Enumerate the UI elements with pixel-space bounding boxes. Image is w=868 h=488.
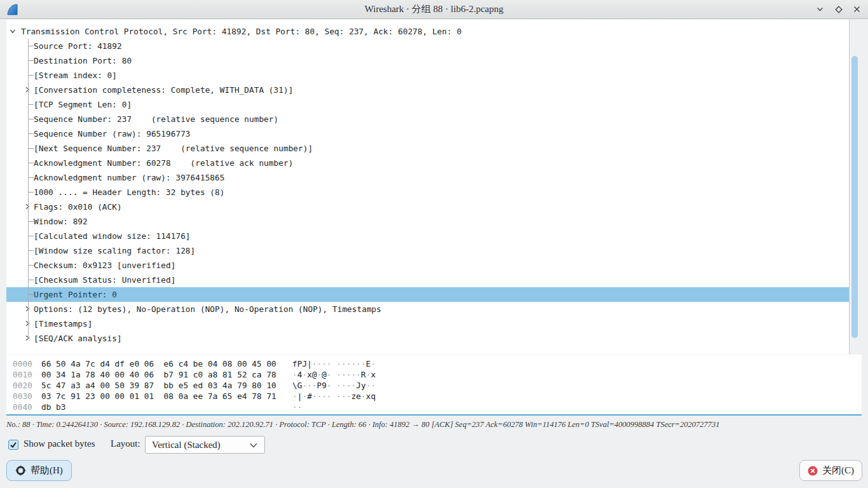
tree-row[interactable]: Destination Port: 80 [6, 53, 849, 68]
tree-row-label: Window: 892 [34, 214, 88, 229]
hexdump-bytes[interactable]: 66 50 4a 7c d4 df e0 06 e6 c4 be 04 08 0… [41, 358, 276, 369]
tree-row[interactable]: [Stream index: 0] [6, 68, 849, 83]
tree-row-label: Checksum: 0x9123 [unverified] [34, 258, 175, 273]
expander-collapsed-icon[interactable] [24, 86, 31, 93]
hexdump-row[interactable]: 0040db b3·· [6, 402, 862, 412]
packet-details-tree[interactable]: Transmission Control Protocol, Src Port:… [6, 20, 849, 354]
tree-row[interactable]: Acknowledgment Number: 60278 (relative a… [6, 156, 849, 170]
tree-row-label: Acknowledgment Number: 60278 (relative a… [34, 156, 293, 170]
tree-row[interactable]: Checksum: 0x9123 [unverified] [6, 258, 849, 273]
tree-row[interactable]: Source Port: 41892 [6, 39, 849, 53]
hexdump-offset: 0020 [13, 380, 32, 391]
tree-row-label: Sequence Number (raw): 965196773 [34, 126, 191, 141]
tree-branch-tick [28, 46, 34, 46]
hexdump-row[interactable]: 00205c 47 a3 a4 00 50 39 87 bb e5 ed 03 … [6, 380, 862, 391]
hexdump-ascii[interactable]: \G···P9· ····Jy·· [292, 380, 376, 391]
expander-expanded-icon[interactable] [9, 27, 17, 35]
expander-collapsed-icon[interactable] [24, 320, 31, 327]
tree-branch-tick [28, 60, 34, 61]
tree-row-label: [Conversation completeness: Complete, WI… [34, 83, 293, 97]
packet-bytes-pane[interactable]: 000066 50 4a 7c d4 df e0 06 e6 c4 be 04 … [6, 355, 862, 416]
tree-row-label: [Stream index: 0] [34, 68, 117, 83]
tree-branch-tick [28, 192, 34, 193]
expander-collapsed-icon[interactable] [24, 334, 31, 342]
tree-row[interactable]: Sequence Number (raw): 965196773 [6, 126, 849, 141]
hexdump-ascii[interactable]: ·· [292, 402, 302, 412]
hexdump-ascii[interactable]: ·|·#···· ···ze·xq [292, 391, 376, 402]
hexdump-offset: 0030 [13, 391, 32, 402]
hexdump-ascii[interactable]: ·4·x@·@· ·····R·x [292, 369, 376, 380]
show-packet-bytes-label[interactable]: Show packet bytes [24, 438, 95, 449]
tree-row[interactable]: [Timestamps] [6, 316, 849, 331]
chevron-down-icon [249, 442, 258, 449]
tree-scrollbar[interactable] [849, 20, 860, 354]
close-button[interactable]: 关闭(C) [799, 460, 862, 481]
minimize-icon[interactable] [815, 4, 825, 14]
tree-row-label: [SEQ/ACK analysis] [34, 331, 122, 346]
tree-row[interactable]: [Next Sequence Number: 237 (relative seq… [6, 141, 849, 156]
hexdump-bytes[interactable]: db b3 [41, 402, 66, 412]
tree-row-label: Flags: 0x010 (ACK) [34, 200, 122, 214]
expander-collapsed-icon[interactable] [24, 305, 31, 313]
hexdump-offset: 0040 [13, 402, 32, 412]
hexdump-row[interactable]: 000066 50 4a 7c d4 df e0 06 e6 c4 be 04 … [6, 358, 862, 369]
tree-row[interactable]: [Window size scaling factor: 128] [6, 243, 849, 258]
tree-branch-tick [28, 280, 34, 280]
tree-branch-tick [28, 75, 34, 76]
tree-row[interactable]: [Checksum Status: Unverified] [6, 273, 849, 287]
tree-row-label: Source Port: 41892 [34, 39, 122, 53]
tree-row[interactable]: Sequence Number: 237 (relative sequence … [6, 112, 849, 126]
hexdump-bytes[interactable]: 00 34 1a 78 40 00 40 06 b7 91 c0 a8 81 5… [41, 369, 276, 380]
tree-row-label: [Timestamps] [34, 316, 92, 331]
tree-row-label: [Window size scaling factor: 128] [34, 243, 195, 258]
packet-summary-line: No.: 88 · Time: 0.244264130 · Source: 19… [6, 420, 864, 430]
maximize-icon[interactable] [834, 4, 843, 14]
tree-row-label: 1000 .... = Header Length: 32 bytes (8) [34, 185, 224, 200]
tree-row[interactable]: 1000 .... = Header Length: 32 bytes (8) [6, 185, 849, 200]
tree-scrollbar-thumb[interactable] [851, 56, 858, 338]
titlebar: Wireshark · 分组 88 · lib6-2.pcapng [0, 0, 868, 19]
tree-row-label: Transmission Control Protocol, Src Port:… [21, 24, 461, 39]
tree-row[interactable]: Flags: 0x010 (ACK) [6, 200, 849, 214]
tree-row[interactable]: [Conversation completeness: Complete, WI… [6, 83, 849, 97]
tree-row[interactable]: [Calculated window size: 114176] [6, 229, 849, 243]
layout-label: Layout: [111, 438, 140, 449]
tree-row[interactable]: Transmission Control Protocol, Src Port:… [6, 24, 849, 39]
tree-row-selected[interactable]: Urgent Pointer: 0 [6, 287, 849, 302]
tree-row-label: [TCP Segment Len: 0] [34, 97, 132, 112]
close-red-icon [808, 466, 818, 476]
tree-row[interactable]: [SEQ/ACK analysis] [6, 331, 849, 346]
tree-branch-tick [28, 177, 34, 178]
tree-row-label: [Next Sequence Number: 237 (relative seq… [34, 141, 313, 156]
tree-row-label: [Checksum Status: Unverified] [34, 273, 175, 287]
hexdump-offset: 0000 [13, 358, 32, 369]
tree-branch-tick [28, 104, 34, 105]
close-window-icon[interactable] [852, 4, 862, 14]
window-title: Wireshark · 分组 88 · lib6-2.pcapng [0, 0, 868, 18]
layout-dropdown[interactable]: Vertical (Stacked) [145, 436, 265, 454]
hexdump-bytes[interactable]: 5c 47 a3 a4 00 50 39 87 bb e5 ed 03 4a 7… [41, 380, 276, 391]
tree-row-label: Sequence Number: 237 (relative sequence … [34, 112, 278, 126]
help-lifebuoy-icon [15, 465, 26, 476]
hexdump-ascii[interactable]: fPJ|···· ······E· [292, 358, 376, 369]
tree-row-label: [Calculated window size: 114176] [34, 229, 191, 243]
tree-row[interactable]: Window: 892 [6, 214, 849, 229]
help-button-label: 帮助(H) [31, 464, 63, 477]
tree-branch-tick [28, 265, 34, 266]
show-packet-bytes-checkbox[interactable] [8, 440, 18, 450]
hexdump-row[interactable]: 003003 7c 91 23 00 00 01 01 08 0a ee 7a … [6, 391, 862, 402]
tree-row-label: Acknowledgment number (raw): 3976415865 [34, 170, 224, 185]
hexdump-bytes[interactable]: 03 7c 91 23 00 00 01 01 08 0a ee 7a 65 e… [41, 391, 276, 402]
tree-row[interactable]: Acknowledgment number (raw): 3976415865 [6, 170, 849, 185]
hexdump-row[interactable]: 001000 34 1a 78 40 00 40 06 b7 91 c0 a8 … [6, 369, 862, 380]
layout-dropdown-value: Vertical (Stacked) [152, 437, 220, 453]
tree-row-label: Urgent Pointer: 0 [34, 287, 117, 302]
tree-row-label: Options: (12 bytes), No-Operation (NOP),… [34, 302, 381, 316]
tree-row[interactable]: [TCP Segment Len: 0] [6, 97, 849, 112]
tree-branch-tick [28, 236, 34, 236]
tree-row-label: Destination Port: 80 [34, 53, 132, 68]
tree-row[interactable]: Options: (12 bytes), No-Operation (NOP),… [6, 302, 849, 316]
expander-collapsed-icon[interactable] [24, 203, 31, 210]
help-button[interactable]: 帮助(H) [6, 460, 72, 481]
tree-branch-tick [28, 250, 34, 251]
